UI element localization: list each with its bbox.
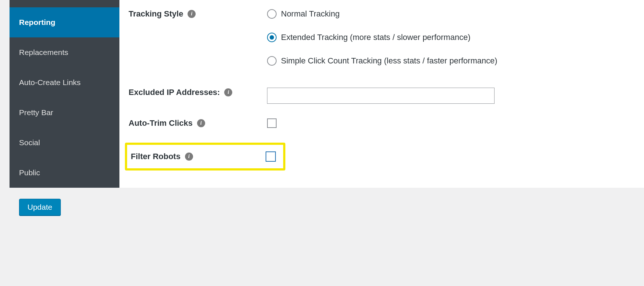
footer: Update	[10, 188, 644, 227]
info-icon[interactable]: i	[224, 88, 232, 96]
sidebar-spacer	[10, 0, 119, 7]
sidebar-item-public[interactable]: Public	[10, 158, 119, 188]
radio-simple-tracking[interactable]: Simple Click Count Tracking (less stats …	[267, 56, 644, 66]
sidebar-item-auto-create-links[interactable]: Auto-Create Links	[10, 67, 119, 98]
tracking-style-options: Normal Tracking Extended Tracking (more …	[267, 9, 644, 66]
info-icon[interactable]: i	[197, 119, 205, 127]
excluded-ip-label: Excluded IP Addresses: i	[129, 88, 267, 97]
radio-label: Extended Tracking (more stats / slower p…	[281, 33, 470, 42]
auto-trim-label: Auto-Trim Clicks i	[129, 118, 267, 128]
update-button[interactable]: Update	[19, 199, 61, 216]
sidebar-item-reporting[interactable]: Reporting	[10, 7, 119, 37]
radio-extended-tracking[interactable]: Extended Tracking (more stats / slower p…	[267, 33, 644, 42]
label-text: Excluded IP Addresses:	[129, 88, 220, 97]
filter-robots-checkbox[interactable]	[266, 151, 276, 162]
radio-label: Normal Tracking	[281, 9, 340, 19]
tracking-style-label: Tracking Style i	[129, 9, 267, 19]
sidebar-item-label: Replacements	[19, 48, 68, 56]
label-text: Auto-Trim Clicks	[129, 118, 193, 128]
sidebar-item-pretty-bar[interactable]: Pretty Bar	[10, 98, 119, 128]
label-text: Filter Robots	[131, 152, 181, 161]
sidebar-item-label: Reporting	[19, 18, 55, 26]
radio-label: Simple Click Count Tracking (less stats …	[281, 56, 497, 66]
tracking-style-row: Tracking Style i Normal Tracking Extende…	[129, 9, 644, 66]
sidebar-item-label: Auto-Create Links	[19, 78, 81, 87]
filter-robots-highlight: Filter Robots i	[125, 143, 285, 170]
sidebar-item-replacements[interactable]: Replacements	[10, 37, 119, 67]
radio-button[interactable]	[267, 33, 277, 42]
sidebar-item-social[interactable]: Social	[10, 128, 119, 158]
settings-content: Tracking Style i Normal Tracking Extende…	[119, 0, 644, 188]
auto-trim-checkbox[interactable]	[267, 118, 277, 128]
radio-button[interactable]	[267, 56, 277, 66]
sidebar-item-label: Public	[19, 168, 40, 177]
info-icon[interactable]: i	[185, 153, 193, 161]
auto-trim-row: Auto-Trim Clicks i	[129, 118, 644, 128]
excluded-ip-input[interactable]	[267, 88, 495, 104]
sidebar-item-label: Social	[19, 138, 40, 147]
filter-robots-label: Filter Robots i	[127, 152, 266, 161]
radio-normal-tracking[interactable]: Normal Tracking	[267, 9, 644, 19]
excluded-ip-row: Excluded IP Addresses: i	[129, 88, 644, 104]
info-icon[interactable]: i	[188, 10, 196, 18]
sidebar-item-label: Pretty Bar	[19, 108, 53, 117]
radio-button[interactable]	[267, 9, 277, 19]
settings-sidebar: Reporting Replacements Auto-Create Links…	[10, 0, 119, 188]
label-text: Tracking Style	[129, 9, 183, 19]
